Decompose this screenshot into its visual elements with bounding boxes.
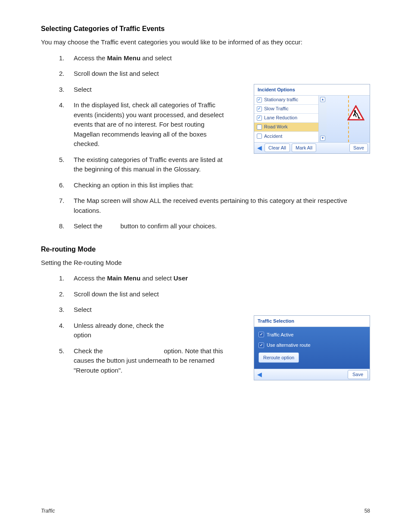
step-text: button to confirm all your choices. <box>118 222 217 230</box>
step-text: option <box>74 331 91 339</box>
step-item: Access the Main Menu and select User <box>59 274 370 283</box>
scroll-down-icon[interactable]: ▼ <box>320 136 325 141</box>
item-label: Stationary traffic <box>264 96 298 103</box>
option-row[interactable]: ✓Use alternative route <box>258 342 365 349</box>
step-item: Checking an option in this list implies … <box>59 180 370 190</box>
step-item: Select the button to confirm all your ch… <box>59 221 370 231</box>
checkbox-icon[interactable]: ✓ <box>257 124 262 130</box>
list-item[interactable]: ✓Stationary traffic <box>254 96 318 105</box>
step-text: and select <box>140 54 172 62</box>
scroll-up-icon[interactable]: ▲ <box>320 97 325 102</box>
save-button[interactable]: Save <box>349 143 368 152</box>
step-text: Unless already done, check the <box>74 322 164 329</box>
step-bold: Main Menu <box>107 54 141 62</box>
dialog-title: Incident Options <box>254 84 370 96</box>
step-item: Access the Main Menu and select <box>59 53 370 63</box>
back-icon[interactable]: ◀ <box>256 371 263 378</box>
scrollbar[interactable]: ▲ ▼ <box>319 96 327 142</box>
step-text: Access the <box>74 274 107 282</box>
section-intro: Setting the Re-routing Mode <box>41 258 370 268</box>
list-item[interactable]: ✓Accident <box>254 132 318 141</box>
checkbox-icon[interactable]: ✓ <box>257 134 262 139</box>
list-item[interactable]: ✓Slow Traffic <box>254 105 318 114</box>
section-intro: You may choose the Traffic event categor… <box>41 37 370 47</box>
item-label: Road Work <box>264 123 288 131</box>
dialog-title: Traffic Selection <box>254 316 370 327</box>
step-item: Unless already done, check the option <box>59 321 188 340</box>
footer-section-label: Traffic <box>41 507 55 515</box>
checkbox-icon[interactable]: ✓ <box>258 342 264 348</box>
checkbox-icon[interactable]: ✓ <box>257 97 262 103</box>
svg-point-1 <box>354 110 356 112</box>
checkbox-icon[interactable]: ✓ <box>258 332 264 337</box>
incident-options-screenshot: Incident Options ✓Stationary traffic ✓Sl… <box>254 84 370 154</box>
step-text: and select <box>140 274 174 282</box>
save-button[interactable]: Save <box>348 370 368 379</box>
mark-all-button[interactable]: Mark All <box>292 143 316 152</box>
list-item[interactable]: ✓Road Work <box>254 123 318 132</box>
item-label: Accident <box>264 133 282 140</box>
step-item: Check the option. Note that this causes … <box>59 346 227 376</box>
incident-list: ✓Stationary traffic ✓Slow Traffic ✓Lane … <box>254 96 319 142</box>
step-text: Access the <box>74 54 107 62</box>
option-row[interactable]: ✓Traffic Active <box>258 331 365 339</box>
step-bold: Main Menu <box>107 274 141 282</box>
step-bold: User <box>174 274 188 282</box>
list-item[interactable]: ✓Lane Reduction <box>254 114 318 123</box>
option-label: Use alternative route <box>267 342 311 349</box>
reroute-option-button[interactable]: Reroute option <box>258 352 299 363</box>
page-footer: Traffic 58 <box>41 507 370 515</box>
step-item: The existing categories of Traffic event… <box>59 155 227 174</box>
step-item: Scroll down the list and select <box>59 289 370 299</box>
clear-all-button[interactable]: Clear All <box>265 143 290 152</box>
step-text: Select the <box>74 222 104 230</box>
step-item: Select <box>59 305 370 315</box>
back-icon[interactable]: ◀ <box>256 144 263 151</box>
step-item: Scroll down the list and select <box>59 69 370 79</box>
traffic-selection-screenshot: Traffic Selection ✓Traffic Active ✓Use a… <box>254 315 370 380</box>
step-text: Check the <box>74 347 105 355</box>
checkbox-icon[interactable]: ✓ <box>257 115 262 121</box>
section-heading: Selecting Categories of Traffic Events <box>41 24 370 34</box>
step-item: In the displayed list, check all categor… <box>59 100 227 149</box>
item-label: Slow Traffic <box>264 105 289 112</box>
roadwork-sign-icon <box>347 105 364 121</box>
option-label: Traffic Active <box>267 331 293 339</box>
page-number: 58 <box>364 507 370 515</box>
item-label: Lane Reduction <box>264 114 297 121</box>
step-item: The Map screen will show ALL the receive… <box>59 196 370 215</box>
section-heading: Re-routing Mode <box>41 244 370 255</box>
preview-pane <box>327 96 370 142</box>
checkbox-icon[interactable]: ✓ <box>257 106 262 112</box>
